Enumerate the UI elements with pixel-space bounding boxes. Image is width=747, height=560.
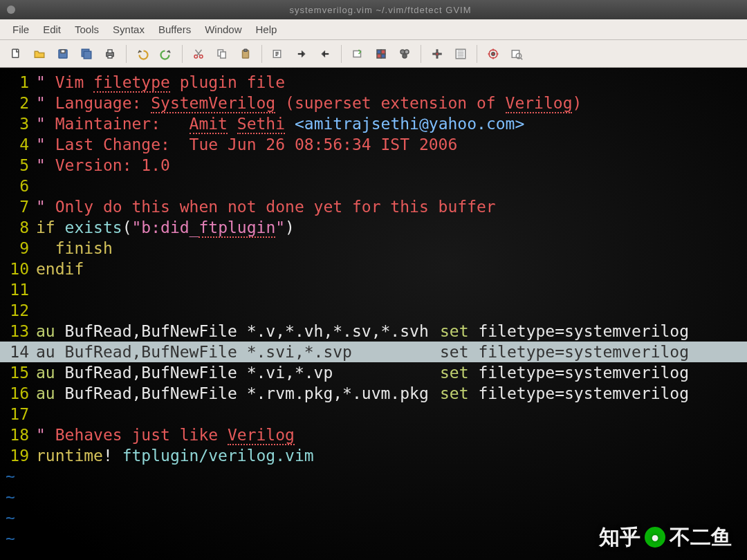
tags-jump-icon[interactable] (483, 44, 504, 64)
menu-tools[interactable]: Tools (68, 21, 106, 38)
menu-file[interactable]: File (6, 21, 36, 38)
code-line[interactable]: 10endif (0, 259, 747, 279)
load-session-icon[interactable] (371, 44, 391, 64)
line-number: 8 (0, 217, 36, 238)
window-title: systemverilog.vim ~/.vim/ftdetect GVIM (21, 5, 740, 15)
code-content: " Version: 1.0 (36, 155, 747, 176)
window-control-icon[interactable] (7, 6, 15, 14)
code-line[interactable]: 15au BufRead,BufNewFile *.vi,*.vpset fil… (0, 362, 747, 383)
menu-help[interactable]: Help (249, 21, 284, 38)
svg-rect-19 (377, 54, 381, 58)
line-number: 5 (0, 155, 36, 176)
menu-edit[interactable]: Edit (36, 21, 68, 38)
svg-point-23 (436, 52, 439, 55)
svg-rect-0 (12, 49, 19, 57)
cut-icon[interactable] (188, 44, 209, 64)
code-line[interactable]: 6 (0, 176, 747, 196)
line-number: 11 (0, 279, 36, 300)
save-all-icon[interactable] (76, 44, 97, 64)
code-content (36, 300, 747, 321)
line-number: 16 (0, 383, 36, 404)
svg-rect-18 (381, 50, 385, 54)
svg-rect-27 (436, 56, 438, 57)
editor-area[interactable]: 1" Vim filetype plugin file2" Language: … (0, 68, 747, 560)
svg-rect-7 (108, 55, 112, 58)
code-content (36, 404, 747, 424)
print-icon[interactable] (100, 44, 120, 64)
code-content: " Vim filetype plugin file (36, 72, 747, 93)
wechat-icon: ● (645, 527, 665, 548)
make-session-icon[interactable] (347, 44, 368, 64)
line-number: 2 (0, 93, 36, 113)
code-content: au BufRead,BufNewFile *.vi,*.vpset filet… (36, 362, 747, 383)
find-next-icon[interactable] (291, 44, 312, 64)
help-icon[interactable] (506, 44, 527, 64)
line-number: 15 (0, 362, 36, 383)
svg-rect-24 (433, 53, 434, 55)
code-line[interactable]: 11 (0, 279, 747, 300)
code-content: endif (36, 259, 747, 279)
code-line[interactable]: 18" Behaves just like Verilog (0, 424, 747, 445)
shell-icon[interactable] (450, 44, 471, 64)
code-line[interactable]: 12 (0, 300, 747, 321)
code-line[interactable]: 13au BufRead,BufNewFile *.v,*.vh,*.sv,*.… (0, 321, 747, 342)
code-content: finish (36, 238, 747, 259)
code-content: au BufRead,BufNewFile *.rvm.pkg,*.uvm.pk… (36, 383, 747, 404)
code-line[interactable]: 9 finish (0, 238, 747, 259)
editor-empty-line: ~ (0, 487, 747, 507)
code-line[interactable]: 1" Vim filetype plugin file (0, 72, 747, 93)
copy-icon[interactable] (212, 44, 232, 64)
code-line[interactable]: 3" Maintainer: Amit Sethi <amitrajsethi@… (0, 113, 747, 134)
code-line[interactable]: 4" Last Change: Tue Jun 26 08:56:34 IST … (0, 134, 747, 155)
code-line[interactable]: 17 (0, 404, 747, 424)
code-line[interactable]: 8if exists("b:did_ftplugin") (0, 217, 747, 238)
code-line[interactable]: 14au BufRead,BufNewFile *.svi,*.svpset f… (0, 342, 747, 362)
redo-icon[interactable] (156, 44, 176, 64)
find-prev-icon[interactable] (315, 44, 335, 64)
code-content: " Language: SystemVerilog (superset exte… (36, 93, 747, 113)
code-line[interactable]: 2" Language: SystemVerilog (superset ext… (0, 93, 747, 113)
open-file-icon[interactable] (29, 44, 50, 64)
line-number: 14 (0, 342, 36, 362)
new-file-icon[interactable] (6, 44, 26, 64)
code-line[interactable]: 7" Only do this when not done yet for th… (0, 196, 747, 217)
svg-rect-6 (108, 50, 112, 53)
find-icon[interactable] (268, 44, 288, 64)
line-number: 19 (0, 445, 36, 466)
make-icon[interactable] (427, 44, 448, 64)
code-line[interactable]: 19runtime! ftplugin/verilog.vim (0, 445, 747, 466)
menu-syntax[interactable]: Syntax (106, 21, 151, 38)
line-number: 17 (0, 404, 36, 424)
code-line[interactable]: 16au BufRead,BufNewFile *.rvm.pkg,*.uvm.… (0, 383, 747, 404)
svg-rect-17 (381, 54, 385, 58)
line-number: 10 (0, 259, 36, 279)
watermark-right: 不二鱼 (670, 527, 732, 548)
code-content: runtime! ftplugin/verilog.vim (36, 445, 747, 466)
toolbar-separator (261, 45, 262, 63)
toolbar-separator (477, 45, 477, 63)
line-number: 6 (0, 176, 36, 196)
menu-bar: FileEditToolsSyntaxBuffersWindowHelp (0, 19, 747, 40)
menu-window[interactable]: Window (198, 21, 248, 38)
save-file-icon[interactable] (53, 44, 73, 64)
svg-rect-11 (221, 52, 226, 58)
watermark: 知乎 ● 不二鱼 (599, 527, 732, 548)
line-number: 1 (0, 72, 36, 93)
toolbar-separator (341, 45, 342, 63)
toolbar-separator (421, 45, 421, 63)
tool-bar (0, 40, 747, 68)
undo-icon[interactable] (132, 44, 153, 64)
code-line[interactable]: 5" Version: 1.0 (0, 155, 747, 176)
toolbar-separator (182, 45, 183, 63)
code-content: " Last Change: Tue Jun 26 08:56:34 IST 2… (36, 134, 747, 155)
paste-icon[interactable] (235, 44, 256, 64)
menu-buffers[interactable]: Buffers (151, 21, 198, 38)
line-number: 9 (0, 238, 36, 259)
run-script-icon[interactable] (394, 44, 415, 64)
code-content: if exists("b:did_ftplugin") (36, 217, 747, 238)
code-content: au BufRead,BufNewFile *.v,*.vh,*.sv,*.sv… (36, 321, 747, 342)
toolbar-separator (126, 45, 127, 63)
svg-point-21 (405, 50, 409, 54)
svg-point-22 (403, 54, 407, 58)
code-content (36, 279, 747, 300)
